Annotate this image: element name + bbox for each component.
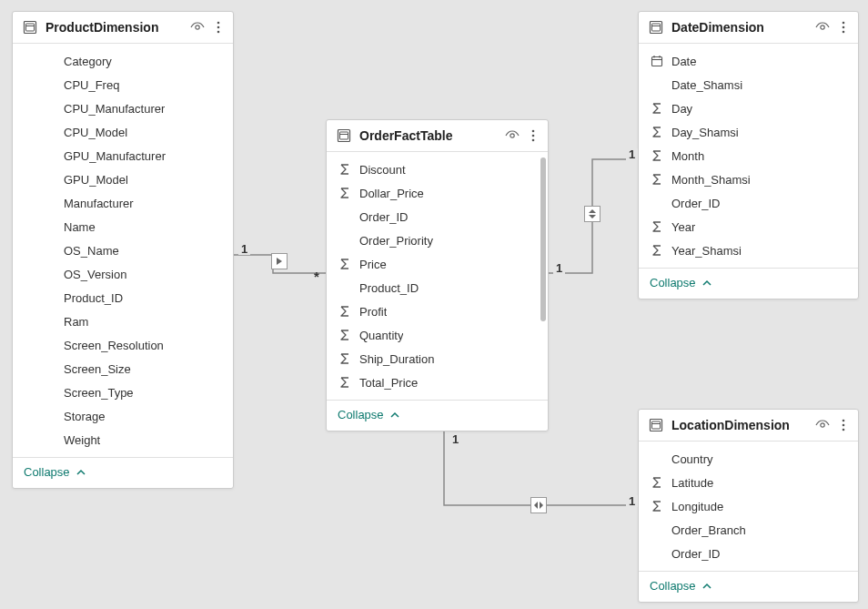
cardinality-one: 1 xyxy=(626,148,638,160)
field-row[interactable]: Order_Priority xyxy=(327,228,548,252)
collapse-button[interactable]: Collapse xyxy=(327,400,548,431)
sigma-icon xyxy=(650,148,664,163)
sigma-icon xyxy=(650,475,664,490)
filter-direction-both-icon[interactable] xyxy=(530,497,547,513)
collapse-button[interactable]: Collapse xyxy=(639,268,858,299)
field-name: Latitude xyxy=(671,476,713,490)
field-row[interactable]: Price xyxy=(327,252,548,276)
svg-point-5 xyxy=(217,26,220,29)
field-row[interactable]: OS_Name xyxy=(13,239,233,262)
svg-point-4 xyxy=(217,22,220,25)
field-row[interactable]: Order_Branch xyxy=(639,518,858,542)
field-row[interactable]: Name xyxy=(13,215,233,239)
visibility-icon[interactable] xyxy=(504,127,520,144)
filter-direction-single-icon[interactable] xyxy=(271,253,288,269)
field-name: Year xyxy=(671,220,695,234)
svg-rect-26 xyxy=(652,421,661,429)
more-options-icon[interactable] xyxy=(528,127,539,144)
table-icon xyxy=(336,127,352,144)
field-row[interactable]: Profit xyxy=(327,299,548,323)
field-row[interactable]: CPU_Manufacturer xyxy=(13,96,233,120)
field-row[interactable]: Month_Shamsi xyxy=(639,167,858,191)
field-row[interactable]: Ram xyxy=(13,310,233,333)
field-row[interactable]: CPU_Freq xyxy=(13,73,233,96)
visibility-icon[interactable] xyxy=(189,19,206,36)
filter-direction-both-icon[interactable] xyxy=(584,206,601,222)
field-row[interactable]: GPU_Manufacturer xyxy=(13,144,233,167)
field-row[interactable]: Order_ID xyxy=(639,542,858,565)
field-name: Ship_Duration xyxy=(359,352,434,366)
table-product-dimension[interactable]: ProductDimension CategoryCPU_FreqCPU_Man… xyxy=(12,11,234,489)
field-name: Year_Shamsi xyxy=(671,244,742,258)
field-row[interactable]: Day xyxy=(639,96,858,120)
field-row[interactable]: CPU_Model xyxy=(13,120,233,144)
field-row[interactable]: Month xyxy=(639,144,858,167)
field-name: Discount xyxy=(359,163,406,177)
field-name: Order_ID xyxy=(671,547,720,561)
field-name: Order_ID xyxy=(359,210,408,224)
table-order-fact[interactable]: OrderFactTable DiscountDollar_PriceOrder… xyxy=(326,119,549,431)
sigma-icon xyxy=(650,219,664,234)
field-name: CPU_Model xyxy=(64,126,127,139)
scrollbar[interactable] xyxy=(540,157,546,394)
field-row[interactable]: Latitude xyxy=(639,471,858,494)
field-row[interactable]: Quantity xyxy=(327,323,548,347)
table-header[interactable]: LocationDimension xyxy=(639,410,858,442)
field-name: Product_ID xyxy=(64,291,123,305)
more-options-icon[interactable] xyxy=(213,19,224,36)
field-name: Date xyxy=(671,55,696,68)
collapse-button[interactable]: Collapse xyxy=(639,571,858,602)
table-header[interactable]: DateDimension xyxy=(639,12,858,44)
field-name: Order_Priority xyxy=(359,234,433,248)
field-name: Quantity xyxy=(359,329,403,342)
field-row[interactable]: Screen_Size xyxy=(13,357,233,381)
field-row[interactable]: GPU_Model xyxy=(13,167,233,191)
field-row[interactable]: Dollar_Price xyxy=(327,181,548,205)
cardinality-one: 1 xyxy=(449,433,461,445)
visibility-icon[interactable] xyxy=(814,19,831,36)
field-row[interactable]: Order_ID xyxy=(327,205,548,228)
cardinality-one: 1 xyxy=(238,243,250,255)
chevron-up-icon xyxy=(701,278,712,289)
field-name: Total_Price xyxy=(359,376,418,390)
table-date-dimension[interactable]: DateDimension DateDate_ShamsiDayDay_Sham… xyxy=(638,11,859,299)
field-row[interactable]: Screen_Type xyxy=(13,381,233,404)
sigma-icon xyxy=(338,186,352,200)
field-name: OS_Version xyxy=(64,268,126,281)
field-row[interactable]: Day_Shamsi xyxy=(639,120,858,144)
field-row[interactable]: Discount xyxy=(327,157,548,181)
field-row[interactable]: Screen_Resolution xyxy=(13,333,233,357)
field-row[interactable]: Category xyxy=(13,49,233,73)
sigma-icon xyxy=(650,243,664,258)
table-title: OrderFactTable xyxy=(359,128,497,143)
svg-point-20 xyxy=(843,31,845,34)
field-row[interactable]: Manufacturer xyxy=(13,191,233,215)
field-row[interactable]: Country xyxy=(639,447,858,471)
sigma-icon xyxy=(338,351,352,366)
svg-point-17 xyxy=(821,25,824,29)
field-row[interactable]: Ship_Duration xyxy=(327,347,548,370)
table-header[interactable]: OrderFactTable xyxy=(327,120,548,152)
field-row[interactable]: Weight xyxy=(13,428,233,452)
cardinality-many: * xyxy=(314,269,319,283)
field-row[interactable]: Date_Shamsi xyxy=(639,73,858,96)
table-header[interactable]: ProductDimension xyxy=(13,12,233,44)
field-row[interactable]: Storage xyxy=(13,404,233,428)
field-row[interactable]: Product_ID xyxy=(13,286,233,310)
collapse-button[interactable]: Collapse xyxy=(13,457,233,488)
field-row[interactable]: Year xyxy=(639,215,858,239)
visibility-icon[interactable] xyxy=(814,417,831,433)
field-row[interactable]: Product_ID xyxy=(327,276,548,299)
field-row[interactable]: Date xyxy=(639,49,858,73)
sigma-icon xyxy=(338,375,352,390)
more-options-icon[interactable] xyxy=(838,417,849,433)
cardinality-one: 1 xyxy=(553,262,565,274)
field-row[interactable]: Total_Price xyxy=(327,370,548,394)
table-location-dimension[interactable]: LocationDimension CountryLatitudeLongitu… xyxy=(638,409,859,603)
field-row[interactable]: OS_Version xyxy=(13,262,233,286)
field-row[interactable]: Order_ID xyxy=(639,191,858,215)
sigma-icon xyxy=(338,328,352,342)
more-options-icon[interactable] xyxy=(838,19,849,36)
field-row[interactable]: Year_Shamsi xyxy=(639,239,858,262)
field-row[interactable]: Longitude xyxy=(639,494,858,518)
